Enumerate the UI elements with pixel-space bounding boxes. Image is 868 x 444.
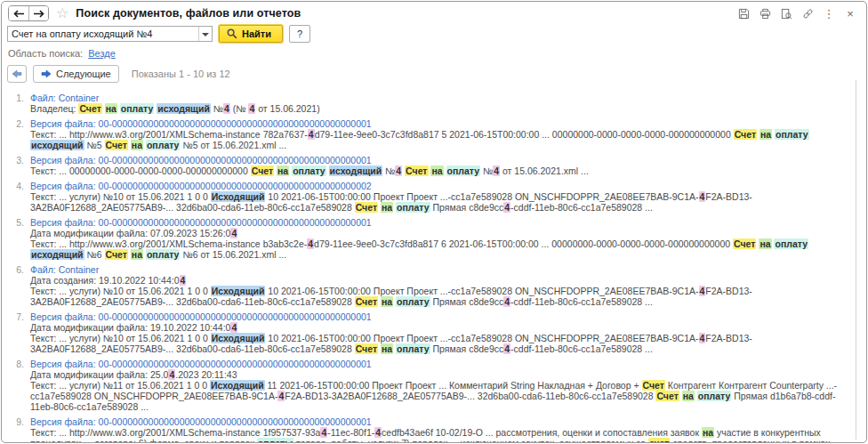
search-input[interactable] (8, 27, 198, 41)
result-item: 8.Версия файла: 00-000000000000000000000… (7, 359, 850, 412)
result-text: Текст: ... http://www.w3.org/2001/XMLSch… (30, 238, 850, 260)
result-title-link[interactable]: Версия файла: 00-00000000000000000000000… (30, 217, 372, 228)
result-body: Версия файла: 00-00000000000000000000000… (30, 416, 850, 443)
highlight-blue: исходящий (30, 249, 84, 260)
help-button[interactable]: ? (289, 25, 310, 43)
highlight-yellow: Счет (105, 140, 128, 150)
print-icon[interactable] (758, 6, 772, 20)
star-icon[interactable]: ☆ (56, 6, 68, 20)
highlight-pink: 4 (699, 333, 706, 343)
search-row: Найти ? (2, 23, 866, 45)
result-body: Файл: ContainerДата создания: 19.10.2022… (30, 264, 850, 307)
highlight-pink: 4 (180, 275, 187, 286)
result-title-link[interactable]: Файл: Container (30, 264, 99, 275)
highlight-pink: 4 (503, 343, 510, 354)
result-number: 2. (7, 118, 30, 150)
highlight-blue: исходящий (157, 103, 211, 114)
highlight-blue: Исходящий (211, 333, 266, 343)
highlight-green: на (430, 165, 443, 176)
search-window: ☆ Поиск документов, файлов или отчетов ⋮… (1, 1, 867, 443)
result-item: 2.Версия файла: 00-000000000000000000000… (7, 118, 850, 150)
highlight-cyan: оплату (774, 238, 808, 249)
highlight-yellow: Счет (405, 165, 428, 176)
result-text: Текст: ... услуги) №11 от 15.06.2021 1 0… (30, 380, 850, 412)
result-item: 7.Версия файла: 00-000000000000000000000… (7, 311, 850, 354)
forward-arrow-icon (33, 10, 44, 18)
highlight-pink: 4 (320, 427, 327, 438)
result-text: Текст: ... 00000000-0000-0000-0000-00000… (30, 165, 850, 176)
result-item: 6.Файл: ContainerДата создания: 19.10.20… (7, 264, 850, 307)
highlight-green: на (131, 249, 143, 260)
highlight-green: на (381, 343, 393, 354)
result-title-link[interactable]: Версия файла: 00-00000000000000000000000… (30, 181, 372, 191)
highlight-cyan: оплату (396, 296, 430, 307)
highlight-yellow: Счет (733, 238, 756, 249)
result-title-link[interactable]: Версия файла: 00-00000000000000000000000… (30, 118, 372, 129)
result-body: Версия файла: 00-00000000000000000000000… (30, 311, 850, 354)
result-text: Владелец: Счет на оплату исходящий №4 (№… (30, 103, 850, 114)
result-text: Текст: ... http://www.w3.org/2001/XMLSch… (30, 427, 850, 443)
highlight-green: на (131, 140, 143, 150)
result-body: Версия файла: 00-00000000000000000000000… (30, 359, 850, 412)
highlight-pink: 4 (503, 202, 510, 213)
result-title-link[interactable]: Версия файла: 00-00000000000000000000000… (30, 359, 372, 369)
forward-button[interactable] (28, 6, 48, 20)
result-body: Версия файла: 00-00000000000000000000000… (30, 217, 850, 260)
result-number: 7. (7, 311, 30, 354)
save-icon[interactable] (736, 6, 751, 20)
highlight-pink: 4 (277, 391, 285, 401)
result-text: Дата модификации файла: 19.10.2022 10:44… (30, 322, 850, 333)
search-combo (7, 26, 213, 42)
search-results-list: 1.Файл: ContainerВладелец: Счет на оплат… (2, 93, 866, 443)
result-item: 3.Версия файла: 00-000000000000000000000… (7, 155, 850, 176)
highlight-yellow: счет (648, 438, 671, 443)
result-title-link[interactable]: Версия файла: 00-00000000000000000000000… (30, 155, 372, 165)
preview-icon[interactable] (779, 6, 793, 20)
highlight-pink: 4 (699, 286, 706, 296)
result-text: Дата модификации файла: 25.04.2023 20:11… (30, 369, 850, 380)
link-icon[interactable] (800, 6, 815, 20)
highlight-green: на (759, 238, 771, 249)
find-button[interactable]: Найти (219, 25, 283, 43)
highlight-cyan: оплату (697, 391, 732, 401)
highlight-pink: 4 (493, 165, 500, 176)
result-text: Текст: ... услуги) №10 от 15.06.2021 1 0… (30, 191, 850, 213)
result-title-link[interactable]: Файл: Container (30, 93, 99, 103)
next-page-button[interactable]: Следующие (33, 65, 119, 83)
previous-page-button[interactable] (7, 65, 27, 83)
highlight-blue: Исходящий (211, 191, 266, 202)
highlight-cyan: оплаты (257, 438, 293, 443)
highlight-cyan: оплату (120, 103, 155, 114)
highlight-pink: 4 (168, 369, 175, 380)
highlight-yellow: Счет (105, 249, 128, 260)
highlight-cyan: оплату (446, 165, 481, 176)
result-title-link[interactable]: Версия файла: 00-00000000000000000000000… (30, 416, 372, 427)
scope-link[interactable]: Везде (88, 48, 116, 59)
more-icon[interactable]: ⋮ (822, 6, 836, 20)
result-item: 1.Файл: ContainerВладелец: Счет на оплат… (7, 93, 850, 114)
window-controls: ⋮ × (736, 6, 857, 20)
highlight-pink: 4 (503, 296, 510, 307)
result-title-link[interactable]: Версия файла: 00-00000000000000000000000… (30, 311, 372, 322)
highlight-pink: 4 (230, 228, 237, 238)
highlight-blue: Исходящий (211, 286, 266, 296)
back-button[interactable] (9, 6, 28, 20)
highlight-yellow: Счет (78, 103, 101, 114)
result-body: Версия файла: 00-00000000000000000000000… (30, 181, 850, 213)
result-body: Версия файла: 00-00000000000000000000000… (30, 118, 850, 150)
highlight-blue: исходящий (30, 140, 84, 150)
dropdown-caret-icon[interactable] (198, 27, 212, 41)
result-number: 6. (7, 264, 30, 307)
scrollbar-gutter[interactable] (856, 80, 856, 440)
result-item: 9.Версия файла: 00-000000000000000000000… (7, 416, 850, 443)
highlight-yellow: Счет (355, 343, 378, 354)
result-number: 5. (7, 217, 30, 260)
scope-row: Область поиска: Везде (2, 45, 866, 61)
highlight-green: на (381, 202, 393, 213)
highlight-yellow: Счет (642, 380, 665, 391)
title-bar: ☆ Поиск документов, файлов или отчетов ⋮… (2, 2, 866, 23)
previous-arrow-icon (12, 69, 22, 78)
result-number: 3. (7, 155, 30, 176)
close-icon[interactable]: × (843, 6, 857, 20)
highlight-yellow: Счет (355, 296, 378, 307)
